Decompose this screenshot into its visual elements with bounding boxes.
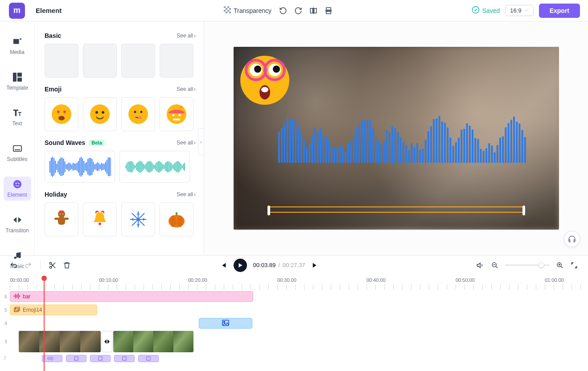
fit-button[interactable] [570,261,578,269]
panel-title: Element [36,7,205,14]
svg-rect-73 [91,159,92,175]
svg-rect-179 [320,128,321,163]
emoji-item-smile[interactable] [83,97,117,131]
svg-rect-90 [127,162,128,172]
holiday-item-gingerbread[interactable] [45,202,78,236]
video-clip-1[interactable] [19,331,101,352]
support-button[interactable] [564,231,580,247]
holiday-item-bell[interactable] [83,202,117,236]
rail-template[interactable]: Template [4,70,31,94]
clip-bar[interactable]: bar [10,291,253,302]
rail-text[interactable]: Text [4,105,31,129]
rotate-right-button[interactable] [294,6,303,15]
svg-rect-231 [463,129,465,163]
svg-rect-59 [73,163,74,170]
undo-button[interactable] [10,261,18,269]
see-all-soundwaves[interactable]: See all› [177,140,196,146]
basic-item[interactable] [121,44,155,78]
resize-handle-left[interactable] [267,206,270,215]
flip-vertical-button[interactable] [324,6,333,15]
svg-rect-280 [99,357,102,360]
redo-button[interactable] [24,261,32,269]
svg-rect-62 [77,163,78,171]
svg-rect-209 [403,142,404,163]
selection-box[interactable] [268,206,524,213]
svg-rect-20 [17,78,22,82]
svg-rect-208 [399,137,401,163]
svg-rect-141 [64,218,69,220]
clip-emoji14[interactable]: Emoji14 [10,305,97,315]
zoom-slider[interactable] [505,264,550,266]
playhead[interactable] [44,276,45,371]
rail-subtitles[interactable]: Subtitles [4,141,31,165]
beta-badge: Beta [89,140,105,146]
svg-rect-164 [278,131,280,163]
clip-image[interactable] [199,318,252,329]
media-icon: + [12,37,22,46]
svg-rect-60 [74,164,75,170]
svg-rect-50 [60,157,61,176]
emoji-overlay[interactable] [238,51,292,105]
delete-button[interactable] [63,261,71,269]
canvas-soundwave[interactable] [278,114,528,163]
holiday-item-pumpkin[interactable] [160,202,193,236]
emoji-item-angry[interactable] [160,97,193,131]
audio-clip[interactable] [114,355,135,362]
zoom-thumb[interactable] [539,262,544,268]
rotate-left-button[interactable] [279,6,288,15]
see-all-basic[interactable]: See all› [177,33,196,39]
split-button[interactable] [49,261,57,269]
svg-rect-152 [176,212,177,215]
flip-horizontal-button[interactable] [309,6,318,15]
element-icon [12,179,22,189]
skip-end-button[interactable] [311,261,319,269]
app-logo[interactable]: m [9,3,25,19]
svg-rect-1 [227,6,229,8]
svg-rect-56 [69,162,70,171]
emoji-item-hearteyes[interactable] [45,97,78,131]
svg-rect-226 [449,138,451,163]
see-all-holiday[interactable]: See all› [177,191,196,198]
video-canvas[interactable] [234,47,559,230]
rail-media[interactable]: +Media [4,34,31,58]
svg-point-35 [140,111,143,113]
svg-rect-112 [154,165,155,169]
zoom-out-button[interactable] [491,261,499,269]
audio-clip[interactable] [90,355,111,362]
timeline-ruler[interactable]: 00:00.0000:10.0000:20.0000:30.0000:40.00… [0,275,588,290]
svg-rect-196 [366,120,368,163]
see-all-emoji[interactable]: See all› [177,86,196,92]
svg-rect-123 [168,161,169,172]
export-button[interactable]: Export [539,4,580,18]
volume-button[interactable] [477,261,485,269]
skip-start-button[interactable] [219,261,227,269]
rail-element[interactable]: Element [4,177,31,201]
transparency-tool[interactable]: Transparency [223,4,272,16]
basic-item[interactable] [160,44,193,78]
svg-point-150 [170,215,176,227]
chevron-down-icon [524,7,529,14]
transition-chip[interactable] [102,331,112,352]
svg-rect-128 [173,164,174,169]
video-clip-2[interactable] [113,331,193,352]
soundwave-item-blue[interactable] [45,151,115,183]
rail-transition[interactable]: Transition [4,212,31,236]
collapse-panel-button[interactable]: ‹ [198,128,204,155]
soundwave-item-teal[interactable] [119,151,190,183]
svg-rect-77 [97,162,98,171]
holiday-item-snowflake[interactable] [121,202,155,236]
audio-clip[interactable] [138,355,159,362]
svg-rect-83 [105,162,106,172]
play-button[interactable] [234,259,247,272]
aspect-ratio-select[interactable]: 16:9 [505,5,533,16]
emoji-item-tongue[interactable] [121,97,155,131]
audio-clip[interactable] [66,355,86,362]
zoom-in-button[interactable] [556,261,564,269]
ruler-mark: 00:40.00 [366,277,386,283]
resize-handle-right[interactable] [522,206,525,215]
audio-clip[interactable] [42,355,62,362]
basic-item[interactable] [83,44,117,78]
svg-rect-19 [17,73,22,77]
basic-item[interactable] [45,44,78,78]
svg-rect-114 [156,162,157,172]
